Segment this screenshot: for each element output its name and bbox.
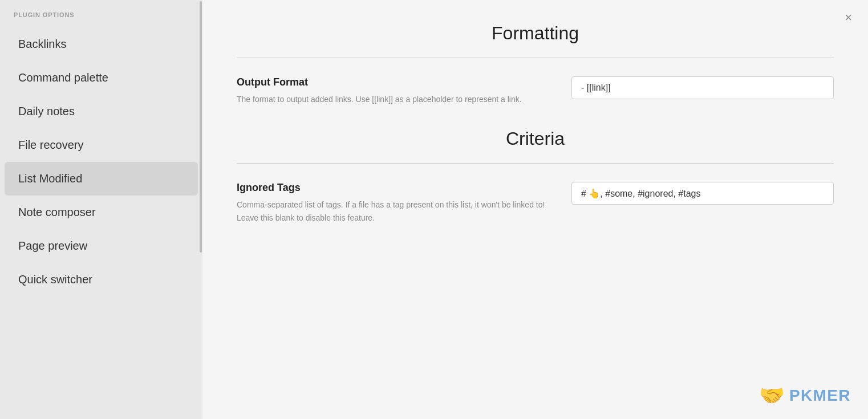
sidebar-item-page-preview[interactable]: Page preview [5,229,198,263]
output-format-row: Output Format The format to output added… [237,76,834,105]
ignored-tags-control [571,182,834,205]
criteria-section: Criteria Ignored Tags Comma-separated li… [237,128,834,224]
output-format-description: The format to output added links. Use [[… [237,93,549,105]
watermark-text: PKMER [789,387,851,405]
criteria-divider [237,163,834,164]
sidebar-item-daily-notes[interactable]: Daily notes [5,95,198,128]
output-format-control [571,76,834,99]
ignored-tags-info: Ignored Tags Comma-separated list of tag… [237,182,549,224]
main-content: × Formatting Output Format The format to… [202,0,868,419]
ignored-tags-row: Ignored Tags Comma-separated list of tag… [237,182,834,224]
sidebar-item-list-modified[interactable]: List Modified [5,162,198,196]
close-button[interactable]: × [845,11,852,24]
output-format-info: Output Format The format to output added… [237,76,549,105]
sidebar-item-backlinks[interactable]: Backlinks [5,27,198,61]
criteria-heading: Criteria [237,128,834,149]
sidebar: PLUGIN OPTIONS BacklinksCommand paletteD… [0,0,202,419]
ignored-tags-label: Ignored Tags [237,182,549,194]
sidebar-item-quick-switcher[interactable]: Quick switcher [5,263,198,296]
sidebar-item-file-recovery[interactable]: File recovery [5,128,198,162]
output-format-label: Output Format [237,76,549,88]
output-format-input[interactable] [571,76,834,99]
formatting-heading: Formatting [237,23,834,44]
formatting-divider [237,58,834,58]
modal-container: PLUGIN OPTIONS BacklinksCommand paletteD… [0,0,868,419]
sidebar-section-label: PLUGIN OPTIONS [0,11,202,27]
watermark: 🤝 PKMER [759,384,851,408]
sidebar-item-note-composer[interactable]: Note composer [5,196,198,229]
sidebar-scrollbar-thumb [200,1,202,253]
watermark-emoji: 🤝 [759,384,785,408]
sidebar-item-command-palette[interactable]: Command palette [5,61,198,95]
ignored-tags-input[interactable] [571,182,834,205]
ignored-tags-description: Comma-separated list of tags. If a file … [237,198,549,224]
